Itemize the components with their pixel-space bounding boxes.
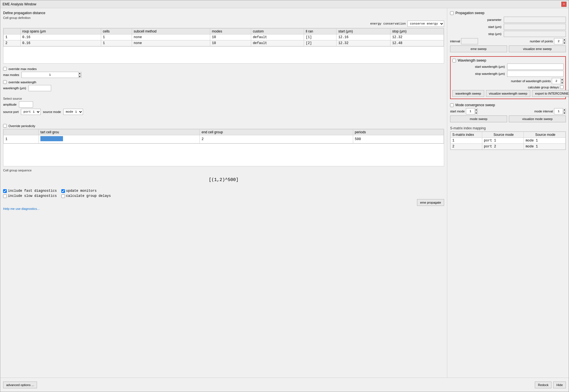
fast-diag-checkbox[interactable] [3, 189, 7, 193]
wavelength-input[interactable]: 1.55 [29, 85, 51, 91]
override-max-modes-section: override max modes max modes ▲ ▼ [3, 67, 444, 92]
eme-propagate-button[interactable]: eme propagate [417, 199, 444, 206]
wavelength-sweep-buttons: wavelength sweep visualize wavelength sw… [452, 90, 564, 97]
col-header-1: roup spans (μm [20, 29, 101, 34]
start-mode-down[interactable]: ▼ [475, 112, 477, 115]
override-max-modes-row: override max modes [3, 67, 444, 71]
mode-interval-up[interactable]: ▲ [563, 108, 566, 112]
max-modes-arrows: ▲ ▼ [78, 72, 81, 78]
num-points-input[interactable] [554, 40, 563, 43]
override-periodicity-row: Override periodicity [3, 124, 444, 128]
override-periodicity-section: Override periodicity tart cell grou end … [3, 124, 444, 166]
num-points-down[interactable]: ▼ [563, 42, 566, 45]
close-button[interactable]: × [561, 2, 566, 7]
num-points-group: number of points ▲ ▼ [530, 38, 566, 44]
mode-interval-spinner[interactable]: ▲ ▼ [554, 108, 566, 114]
parameter-input[interactable]: group span 1 [504, 17, 566, 23]
wavelength-points-label: number of wavelength points [511, 79, 551, 83]
mode-convergence-checkbox[interactable] [450, 103, 454, 107]
per-col-3: periods [353, 129, 444, 135]
start-wavelength-input[interactable]: 1.5 [507, 64, 564, 70]
fast-diag-label: include fast diagnostics [8, 189, 57, 193]
wavelength-points-input[interactable] [552, 79, 561, 83]
num-points-up[interactable]: ▲ [563, 38, 566, 42]
propagation-sweep-checkbox[interactable] [450, 11, 454, 15]
interval-group: interval 0 [450, 38, 478, 44]
start-mode-input[interactable] [466, 110, 475, 113]
calc-group-delays-checkbox[interactable] [61, 194, 65, 198]
smatrix-col-1: Source mode [482, 132, 524, 138]
smatrix-col-0: S-matrix index [451, 132, 482, 138]
periodicity-empty-area [3, 144, 444, 166]
source-port-row: source port port 1 source mode mode 1 [3, 109, 444, 115]
smatrix-table: S-matrix index Source mode Source mode 1… [450, 132, 566, 150]
hide-button[interactable]: Hide [553, 382, 566, 388]
diagnostics-section: include fast diagnostics update monitors… [3, 189, 444, 211]
source-port-label: source port [3, 110, 19, 114]
interval-label: interval [450, 40, 460, 43]
sweep-stop-input[interactable]: 0 [504, 31, 566, 37]
export-interconnect-button[interactable]: export to INTERCONNECT [532, 90, 569, 97]
start-mode-up[interactable]: ▲ [475, 108, 477, 112]
calc-group-delays-wavelength-checkbox[interactable] [560, 85, 564, 89]
sweep-stop-label: stop (μm) [488, 32, 501, 36]
wavelength-sweep-button[interactable]: wavelength sweep [452, 90, 484, 97]
override-periodicity-checkbox[interactable] [3, 124, 7, 128]
calc-group-delays-wavelength-label: calculate group delays [528, 86, 559, 89]
num-points-arrows: ▲ ▼ [563, 38, 566, 44]
max-modes-down[interactable]: ▼ [79, 75, 81, 78]
redock-button[interactable]: Redock [535, 382, 551, 388]
interval-points-row: interval 0 number of points ▲ ▼ [450, 38, 566, 44]
max-modes-input[interactable] [22, 73, 78, 77]
visualize-wavelength-sweep-button[interactable]: visualize wavelength sweep [486, 90, 531, 97]
per-cell-1 [38, 135, 200, 143]
override-max-modes-checkbox[interactable] [3, 67, 7, 71]
slow-diag-checkbox[interactable] [3, 194, 7, 198]
periodicity-table-container: tart cell grou end cell group periods 1 … [3, 129, 444, 144]
wavelength-sweep-header: Wavelength sweep [452, 58, 564, 62]
wavelength-points-spinner[interactable]: ▲ ▼ [552, 78, 564, 84]
source-mode-select[interactable]: mode 1 [63, 109, 83, 115]
energy-conservation-select[interactable]: conserve energy [407, 21, 444, 27]
wavelength-points-up[interactable]: ▲ [561, 78, 563, 81]
mode-interval-group: mode interval ▲ ▼ [534, 108, 566, 114]
sweep-stop-row: stop (μm) 0 [450, 31, 566, 37]
table-row: 2port 2mode 1 [451, 144, 566, 150]
help-link[interactable]: Help me use diagnostics... [3, 207, 40, 210]
amplitude-input[interactable]: 1 [19, 101, 33, 108]
override-wavelength-checkbox[interactable] [3, 80, 7, 84]
start-mode-spinner[interactable]: ▲ ▼ [466, 108, 478, 114]
mode-convergence-label: Mode convergence sweep [455, 103, 495, 107]
max-modes-spinner[interactable]: ▲ ▼ [21, 72, 81, 78]
left-panel: Define propagation distance Cell group d… [0, 8, 447, 378]
sweep-start-input[interactable]: 0 [504, 24, 566, 30]
select-source-title: Select source [3, 97, 444, 100]
start-wavelength-label: start wavelength (μm) [475, 65, 505, 68]
table-row: 20.161none10default[2]12.3212.48 [4, 40, 444, 46]
wavelength-points-down[interactable]: ▼ [561, 81, 563, 84]
update-monitors-label: update monitors [66, 189, 97, 193]
smatrix-section: S-matrix index mapping S-matrix index So… [450, 126, 566, 150]
visualize-mode-sweep-button[interactable]: visualize mode sweep [509, 116, 566, 122]
advanced-options-button[interactable]: advanced options ... [3, 382, 37, 388]
eme-propagate-row: eme propagate [3, 199, 444, 206]
table-row: 1port 1mode 1 [451, 138, 566, 144]
stop-wavelength-input[interactable]: 1.6 [507, 71, 564, 77]
interval-input[interactable]: 0 [461, 38, 478, 44]
wavelength-sweep-label: Wavelength sweep [458, 58, 486, 62]
parameter-label: parameter [487, 18, 501, 21]
right-panel: Propagation sweep parameter group span 1… [447, 8, 569, 378]
override-wavelength-label: override wavelength [8, 80, 36, 84]
mode-interval-down[interactable]: ▼ [563, 112, 566, 115]
num-points-spinner[interactable]: ▲ ▼ [554, 38, 566, 44]
update-monitors-checkbox[interactable] [61, 189, 65, 193]
visualize-eme-sweep-button[interactable]: visualize eme sweep [509, 45, 566, 52]
wavelength-sweep-checkbox[interactable] [452, 59, 456, 62]
calc-group-delays-label: calculate group delays [66, 194, 111, 198]
max-modes-up[interactable]: ▲ [79, 72, 81, 75]
eme-sweep-button[interactable]: eme sweep [450, 45, 507, 52]
start-mode-arrows: ▲ ▼ [475, 108, 477, 114]
mode-sweep-button[interactable]: mode sweep [450, 116, 507, 122]
source-port-select[interactable]: port 1 [21, 109, 41, 115]
mode-interval-input[interactable] [554, 110, 563, 113]
